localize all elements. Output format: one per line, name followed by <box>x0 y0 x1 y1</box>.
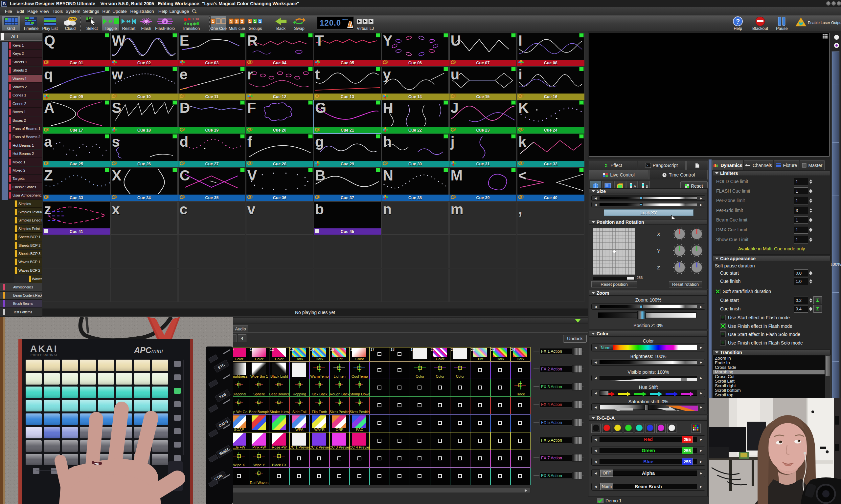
svg-text:3: 3 <box>241 19 243 24</box>
svg-text:2: 2 <box>236 19 238 24</box>
svg-text:beta: beta <box>69 17 76 21</box>
svg-text:B: B <box>646 184 648 188</box>
svg-text:1: 1 <box>230 19 232 24</box>
svg-text:1: 1 <box>249 19 251 23</box>
svg-text:1: 1 <box>254 19 256 23</box>
svg-text:Σ: Σ <box>605 163 607 168</box>
svg-text:1: 1 <box>259 19 261 23</box>
svg-text:PROFESSIONAL: PROFESSIONAL <box>31 354 58 357</box>
svg-text:A: A <box>634 184 636 188</box>
svg-text:?: ? <box>736 18 740 25</box>
svg-text:AKAI: AKAI <box>30 344 58 354</box>
svg-text:S: S <box>163 19 166 24</box>
svg-text:1: 1 <box>212 19 214 23</box>
svg-text:>_: >_ <box>646 164 650 167</box>
